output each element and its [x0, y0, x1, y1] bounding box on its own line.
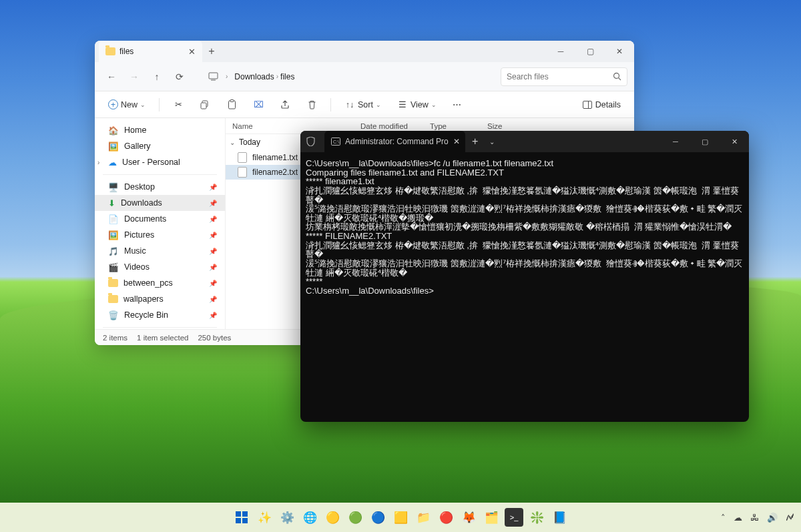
sort-icon: ↑↓ [344, 99, 355, 110]
pin-icon[interactable]: 📌 [209, 200, 217, 207]
desktop-icon: 🖥️ [108, 182, 119, 192]
svg-rect-14 [236, 518, 241, 523]
close-window-button[interactable]: ✕ [720, 131, 749, 152]
taskbar-chatgpt[interactable]: ❇️ [527, 508, 546, 527]
details-pane-button[interactable]: Details [577, 97, 626, 113]
share-button[interactable] [274, 97, 296, 113]
sidebar-item-gallery[interactable]: 🖼️Gallery [95, 138, 225, 154]
breadcrumb[interactable]: Downloads › files [234, 72, 498, 81]
taskbar-explorer[interactable]: 🗂️ [482, 508, 501, 527]
taskbar-notepad[interactable]: 📘 [550, 508, 569, 527]
sidebar-item-between-pcs[interactable]: between_pcs📌 [95, 275, 225, 291]
sidebar-item-pictures[interactable]: 🖼️Pictures📌 [95, 227, 225, 243]
cut-button[interactable]: ✂ [168, 97, 189, 113]
explorer-tab-files[interactable]: files ✕ [99, 41, 202, 62]
close-tab-icon[interactable]: ✕ [453, 137, 460, 146]
taskbar[interactable]: ✨ ⚙️ 🌐 🟡 🟢 🔵 🟨 📁 🔴 🦊 🗂️ >_ ❇️ 📘 ˄ ☁ 🖧 🔊 … [0, 503, 801, 532]
minimize-button[interactable]: ─ [546, 41, 575, 62]
sidebar-label: Videos [124, 262, 150, 272]
taskbar-edge-dev[interactable]: 🟢 [346, 508, 364, 527]
col-type[interactable]: Type [423, 122, 481, 130]
more-button[interactable]: ⋯ [447, 97, 467, 112]
taskbar-app-yellow[interactable]: 🟨 [391, 508, 410, 527]
pin-icon[interactable]: 📌 [209, 264, 217, 271]
forward-button[interactable]: → [124, 67, 144, 87]
explorer-tab-label: files [119, 47, 134, 56]
col-name[interactable]: Name [226, 122, 354, 130]
new-tab-button[interactable]: + [465, 136, 485, 148]
plus-circle-icon: + [108, 99, 118, 109]
pin-icon[interactable]: 📌 [209, 280, 217, 287]
rename-button[interactable]: ⌧ [248, 97, 269, 113]
breadcrumb-downloads[interactable]: Downloads [234, 72, 274, 81]
tray-battery-icon[interactable]: 🗲 [786, 513, 794, 523]
taskbar-folder[interactable]: 📁 [414, 508, 433, 527]
sidebar-item-user[interactable]: ›☁User - Personal [95, 154, 225, 170]
minimize-button[interactable]: ─ [661, 131, 690, 152]
copy-button[interactable] [194, 97, 216, 113]
col-size[interactable]: Size [481, 122, 634, 130]
sidebar-item-downloads[interactable]: ⬇Downloads📌 [95, 195, 225, 211]
start-button[interactable] [232, 508, 251, 527]
pin-icon[interactable]: 📌 [209, 296, 217, 303]
chevron-down-icon[interactable]: ⌄ [230, 139, 235, 146]
sidebar-item-videos[interactable]: 🎬Videos📌 [95, 259, 225, 275]
sidebar-item-desktop[interactable]: 🖥️Desktop📌 [95, 179, 225, 195]
close-tab-icon[interactable]: ✕ [188, 47, 196, 57]
maximize-button[interactable]: ▢ [690, 131, 720, 152]
tray-volume-icon[interactable]: 🔊 [767, 513, 778, 523]
pin-icon[interactable]: 📌 [209, 312, 217, 319]
new-tab-button[interactable]: + [202, 45, 221, 57]
col-date[interactable]: Date modified [354, 122, 423, 130]
sidebar-item-home[interactable]: 🏠Home [95, 122, 225, 138]
close-window-button[interactable]: ✕ [605, 41, 634, 62]
chevron-right-icon[interactable]: › [97, 159, 99, 166]
sidebar-item-documents[interactable]: 📄Documents📌 [95, 211, 225, 227]
tray-onedrive-icon[interactable]: ☁ [734, 513, 742, 523]
taskbar-settings[interactable]: ⚙️ [278, 508, 296, 527]
view-button[interactable]: ☰ View ⌄ [392, 97, 442, 113]
breadcrumb-files[interactable]: files [280, 72, 294, 81]
taskbar-edge[interactable]: 🌐 [300, 508, 319, 527]
terminal-titlebar[interactable]: C:\ Administrator: Command Pro ✕ + ⌄ ─ ▢… [300, 131, 749, 152]
up-button[interactable]: ↑ [147, 67, 167, 87]
pc-icon[interactable] [203, 67, 223, 87]
tray-network-icon[interactable]: 🖧 [750, 513, 759, 523]
taskbar-edge-canary[interactable]: 🟡 [323, 508, 342, 527]
svg-rect-12 [236, 511, 241, 517]
sidebar-item-recycle[interactable]: 🗑️Recycle Bin📌 [95, 307, 225, 323]
delete-button[interactable] [301, 97, 322, 113]
pin-icon[interactable]: 📌 [209, 184, 217, 191]
search-icon[interactable] [613, 72, 621, 81]
explorer-sidebar[interactable]: 🏠Home 🖼️Gallery ›☁User - Personal 🖥️Desk… [95, 118, 226, 329]
explorer-titlebar[interactable]: files ✕ + ─ ▢ ✕ [95, 41, 634, 62]
sort-button[interactable]: ↑↓ Sort ⌄ [339, 97, 386, 113]
cmd-icon: C:\ [331, 138, 340, 146]
file-name: filename1.txt [252, 153, 298, 162]
taskbar-edge-beta[interactable]: 🔵 [368, 508, 387, 527]
refresh-button[interactable]: ⟳ [170, 67, 190, 87]
terminal-tab[interactable]: C:\ Administrator: Command Pro ✕ [324, 131, 465, 152]
taskbar-chrome[interactable]: 🔴 [437, 508, 455, 527]
pin-icon[interactable]: 📌 [209, 248, 217, 255]
sidebar-item-wallpapers[interactable]: wallpapers📌 [95, 291, 225, 307]
search-input[interactable] [507, 72, 609, 81]
pin-icon[interactable]: 📌 [209, 216, 217, 223]
videos-icon: 🎬 [108, 262, 119, 272]
paste-button[interactable] [221, 97, 242, 113]
svg-line-3 [619, 78, 621, 81]
taskbar-firefox[interactable]: 🦊 [459, 508, 478, 527]
maximize-button[interactable]: ▢ [575, 41, 605, 62]
pin-icon[interactable]: 📌 [209, 232, 217, 239]
search-box[interactable] [501, 67, 627, 86]
tab-dropdown-button[interactable]: ⌄ [485, 138, 499, 146]
terminal-output[interactable]: C:\Users\m__la\Downloads\files>fc /u fil… [300, 152, 749, 422]
terminal-tab-label: Administrator: Command Pro [345, 137, 449, 146]
sidebar-item-music[interactable]: 🎵Music📌 [95, 243, 225, 259]
back-button[interactable]: ← [101, 67, 121, 87]
music-icon: 🎵 [108, 246, 119, 256]
taskbar-terminal[interactable]: >_ [505, 508, 523, 527]
tray-chevron-up[interactable]: ˄ [721, 513, 726, 523]
new-button[interactable]: + New ⌄ [103, 97, 151, 112]
taskbar-copilot[interactable]: ✨ [255, 508, 274, 527]
